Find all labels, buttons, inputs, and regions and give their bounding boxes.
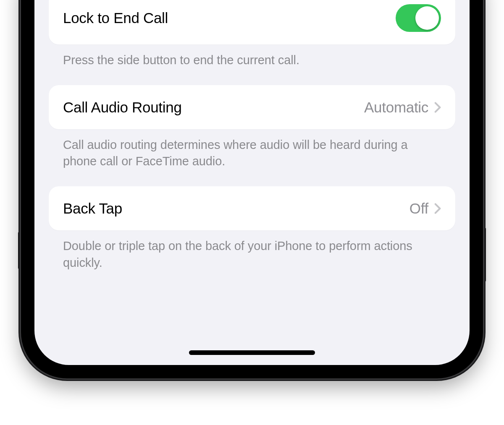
chevron-right-icon bbox=[434, 203, 441, 214]
settings-group-back-tap: Back Tap Off Double or triple tap on the… bbox=[49, 186, 455, 271]
device-side-notch-left bbox=[18, 232, 21, 269]
call-audio-routing-footer: Call audio routing determines where audi… bbox=[49, 129, 455, 169]
settings-group-lock-to-end-call: Lock to End Call Press the side button t… bbox=[49, 0, 455, 68]
lock-to-end-call-toggle[interactable] bbox=[396, 4, 441, 32]
call-audio-routing-value: Automatic bbox=[364, 99, 428, 116]
back-tap-value: Off bbox=[410, 200, 428, 217]
call-audio-routing-row[interactable]: Call Audio Routing Automatic bbox=[49, 85, 455, 129]
back-tap-footer: Double or triple tap on the back of your… bbox=[49, 230, 455, 271]
device-side-notch-right bbox=[483, 227, 486, 282]
lock-to-end-call-label: Lock to End Call bbox=[63, 10, 168, 26]
device-bezel: Lock to End Call Press the side button t… bbox=[21, 0, 483, 378]
row-right-side: Automatic bbox=[364, 99, 441, 116]
call-audio-routing-label: Call Audio Routing bbox=[63, 99, 182, 116]
settings-screen: Lock to End Call Press the side button t… bbox=[34, 0, 470, 365]
back-tap-row[interactable]: Back Tap Off bbox=[49, 186, 455, 230]
back-tap-label: Back Tap bbox=[63, 200, 122, 217]
chevron-right-icon bbox=[434, 102, 441, 113]
lock-to-end-call-footer: Press the side button to end the current… bbox=[49, 44, 455, 68]
lock-to-end-call-row[interactable]: Lock to End Call bbox=[49, 0, 455, 44]
settings-group-call-audio-routing: Call Audio Routing Automatic Call audio … bbox=[49, 85, 455, 169]
device-frame: Lock to End Call Press the side button t… bbox=[21, 0, 483, 378]
home-indicator[interactable] bbox=[189, 350, 315, 355]
toggle-knob bbox=[415, 6, 439, 30]
row-right-side: Off bbox=[410, 200, 441, 217]
